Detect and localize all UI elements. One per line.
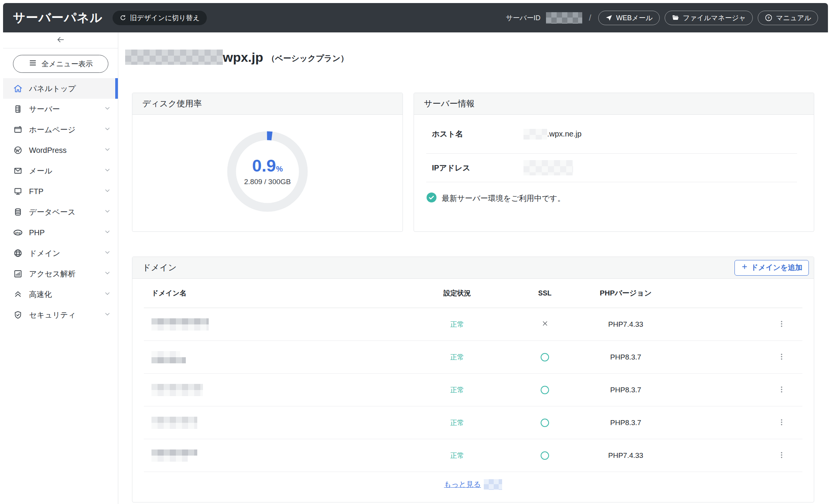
disk-usage-title: ディスク使用率 <box>142 98 202 109</box>
host-name-value: .wpx.ne.jp <box>523 129 581 140</box>
domain-actions-cell <box>686 418 802 427</box>
manual-button[interactable]: ?マニュアル <box>758 11 818 25</box>
domain-status: 正常 <box>390 418 525 427</box>
column-status: 設定状況 <box>390 289 525 298</box>
webmail-button[interactable]: WEBメール <box>598 11 660 25</box>
domain-ssl-cell <box>525 419 565 427</box>
domain-name-redacted <box>144 318 390 331</box>
domain-table-footer: もっと見る <box>144 472 802 497</box>
kebab-icon <box>778 451 786 460</box>
kebab-icon <box>778 320 786 329</box>
domain-table-row: 正常PHP7.4.33 <box>144 308 802 341</box>
page-title: wpx.jp （ベーシックプラン） <box>125 50 348 65</box>
show-more-link[interactable]: もっと見る <box>444 480 481 490</box>
chevron-down-icon <box>104 208 111 217</box>
chevron-down-icon <box>104 125 111 134</box>
analytics-icon <box>13 269 23 279</box>
domain-status: 正常 <box>390 353 525 362</box>
sidebar-item-php[interactable]: phpPHP <box>3 222 118 243</box>
ip-address-redacted <box>523 160 573 175</box>
sidebar-item-ftp[interactable]: FTP <box>3 181 118 202</box>
domain-actions-cell <box>686 320 802 329</box>
domain-table: ドメイン名 設定状況 SSL PHPバージョン 正常PHP7.4.33正常PHP… <box>144 279 802 497</box>
sidebar-item-panel-top[interactable]: パネルトップ <box>3 78 118 99</box>
domain-ssl-cell <box>525 319 565 329</box>
sidebar-item-mail[interactable]: メール <box>3 161 118 181</box>
domain-table-row: 正常PHP8.3.7 <box>144 374 802 406</box>
sidebar-item-homepage[interactable]: ホームページ <box>3 119 118 140</box>
domain-name-redacted <box>144 351 390 363</box>
domain-ssl-cell <box>525 451 565 460</box>
svg-text:php: php <box>15 231 21 234</box>
more-count-redacted <box>484 479 502 490</box>
sidebar-item-speed-up[interactable]: 高速化 <box>3 284 118 305</box>
all-menu-button[interactable]: 全メニュー表示 <box>13 55 108 73</box>
database-icon <box>13 207 23 217</box>
domain-status: 正常 <box>390 320 525 329</box>
domain-card-title: ドメイン <box>142 262 177 273</box>
sidebar-item-label: 高速化 <box>29 289 52 300</box>
domain-php-version: PHP7.4.33 <box>565 451 686 460</box>
question-icon: ? <box>765 14 773 22</box>
domain-card: ドメイン ドメインを追加 ドメイン名 設定状況 SSL PHPバージョン 正常P… <box>132 257 814 502</box>
chevron-down-icon <box>104 146 111 155</box>
sidebar-item-domain[interactable]: ドメイン <box>3 243 118 263</box>
header-right: サーバーID / WEBメールファイルマネージャ?マニュアル <box>506 11 818 25</box>
check-circle-icon <box>426 192 437 205</box>
sidebar-item-access-analytics[interactable]: アクセス解析 <box>3 263 118 284</box>
file-manager-button[interactable]: ファイルマネージャ <box>665 11 753 25</box>
file-manager-label: ファイルマネージャ <box>683 13 746 22</box>
plus-icon <box>741 263 748 272</box>
browser-icon <box>13 125 23 135</box>
row-menu-button[interactable] <box>778 385 786 395</box>
sidebar-collapse-button[interactable] <box>3 32 118 48</box>
mail-icon <box>13 166 23 176</box>
row-menu-button[interactable] <box>778 353 786 362</box>
sidebar-item-wordpress[interactable]: WordPress <box>3 140 118 161</box>
account-domain-redacted <box>125 50 223 65</box>
add-domain-label: ドメインを追加 <box>751 263 802 273</box>
domain-name-redacted <box>144 384 390 396</box>
sidebar: 全メニュー表示 パネルトップサーバーホームページWordPressメールFTPデ… <box>3 32 118 504</box>
chevron-down-icon <box>104 270 111 278</box>
chevron-down-icon <box>104 228 111 237</box>
webmail-label: WEBメール <box>616 13 653 22</box>
ssl-enabled-icon <box>541 353 549 361</box>
server-status-message: 最新サーバー環境をご利用中です。 <box>426 192 814 205</box>
sidebar-menu: パネルトップサーバーホームページWordPressメールFTPデータベースphp… <box>3 78 118 325</box>
row-menu-button[interactable] <box>778 418 786 427</box>
domain-table-row: 正常PHP8.3.7 <box>144 406 802 439</box>
row-menu-button[interactable] <box>778 451 786 460</box>
host-name-label: ホスト名 <box>432 129 523 139</box>
redacted-block <box>151 318 209 324</box>
plan-badge: （ベーシックプラン） <box>267 51 348 64</box>
column-php-version: PHPバージョン <box>565 288 686 298</box>
redacted-block <box>151 324 209 331</box>
ip-address-row: IPアドレス <box>426 154 797 182</box>
domain-table-row: 正常PHP8.3.7 <box>144 341 802 374</box>
ssl-enabled-icon <box>541 419 549 427</box>
domain-ssl-cell <box>525 386 565 394</box>
home-icon <box>13 83 23 93</box>
header-nav: WEBメールファイルマネージャ?マニュアル <box>598 11 818 25</box>
domain-php-version: PHP8.3.7 <box>565 386 686 394</box>
design-switch-button[interactable]: 旧デザインに切り替え <box>113 11 207 25</box>
shield-icon <box>13 310 23 320</box>
sidebar-item-security[interactable]: セキュリティ <box>3 305 118 325</box>
domain-actions-cell <box>686 353 802 362</box>
disk-usage-percent: 0.9% <box>252 157 283 174</box>
sidebar-item-server[interactable]: サーバー <box>3 99 118 119</box>
main-content: wpx.jp （ベーシックプラン） ディスク使用率 0.9% 2.809 / 3… <box>119 32 828 504</box>
row-menu-button[interactable] <box>778 320 786 329</box>
sidebar-item-label: FTP <box>29 187 43 196</box>
domain-actions-cell <box>686 385 802 395</box>
kebab-icon <box>778 418 786 427</box>
hamburger-icon <box>29 59 37 69</box>
domain-status: 正常 <box>390 385 525 395</box>
sidebar-item-label: ホームページ <box>29 125 76 135</box>
add-domain-button[interactable]: ドメインを追加 <box>734 260 809 276</box>
domain-ssl-cell <box>525 353 565 361</box>
domain-table-body: 正常PHP7.4.33正常PHP8.3.7正常PHP8.3.7正常PHP8.3.… <box>144 308 802 472</box>
paper-plane-icon <box>605 14 613 22</box>
sidebar-item-database[interactable]: データベース <box>3 202 118 222</box>
